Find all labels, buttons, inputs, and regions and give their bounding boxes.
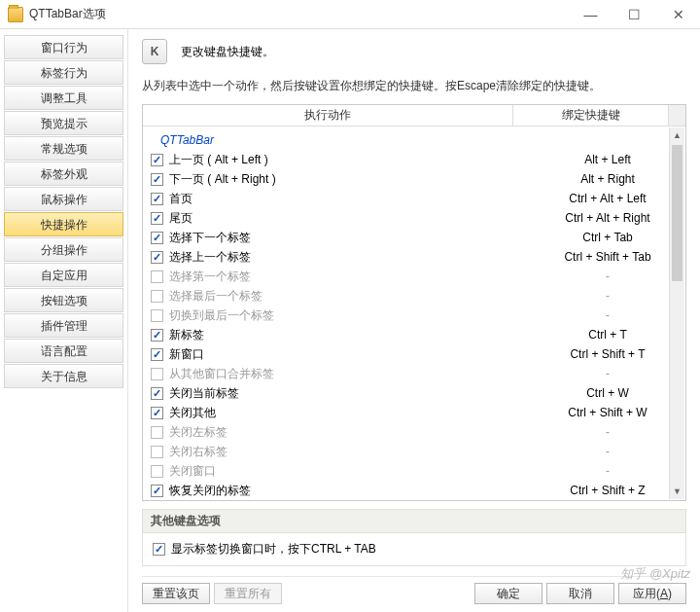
binding-label: Ctrl + W bbox=[530, 386, 685, 400]
checkbox-icon[interactable] bbox=[151, 485, 163, 497]
table-row[interactable]: 选择第一个标签- bbox=[143, 267, 685, 286]
maximize-button[interactable]: ☐ bbox=[612, 0, 656, 28]
checkbox-icon[interactable] bbox=[151, 251, 163, 264]
binding-label: Ctrl + Shift + Tab bbox=[530, 250, 685, 264]
checkbox-icon[interactable] bbox=[151, 173, 163, 186]
table-row[interactable]: 上一页 ( Alt + Left )Alt + Left bbox=[143, 150, 685, 169]
button-bar: 重置该页 重置所有 确定 取消 应用(A) bbox=[142, 576, 686, 612]
table-row[interactable]: 关闭其他Ctrl + Shift + W bbox=[143, 403, 685, 422]
checkbox-icon[interactable] bbox=[151, 232, 163, 244]
checkbox-icon bbox=[151, 426, 163, 439]
binding-label: - bbox=[530, 289, 685, 303]
instruction-text: 从列表中选中一个动作，然后按键设置你想绑定的快捷键。按Escape清除绑定的快捷… bbox=[142, 78, 686, 94]
binding-label: - bbox=[530, 445, 685, 458]
sidebar-item-0[interactable]: 窗口行为 bbox=[4, 35, 123, 59]
scrollbar[interactable]: ▲ ▼ bbox=[669, 127, 684, 499]
table-row[interactable]: 恢复关闭的标签Ctrl + Shift + Z bbox=[143, 481, 685, 500]
col-action[interactable]: 执行动作 bbox=[143, 105, 513, 126]
action-label: 选择下一个标签 bbox=[169, 230, 530, 246]
table-row[interactable]: 从其他窗口合并标签- bbox=[143, 364, 685, 383]
action-label: 尾页 bbox=[169, 210, 530, 227]
table-row[interactable]: 尾页Ctrl + Alt + Right bbox=[143, 208, 685, 228]
checkbox-icon[interactable] bbox=[151, 348, 163, 361]
checkbox-icon[interactable] bbox=[151, 329, 163, 342]
binding-label: Ctrl + T bbox=[530, 328, 685, 342]
apply-button[interactable]: 应用(A) bbox=[618, 583, 686, 604]
table-row[interactable]: 新窗口Ctrl + Shift + T bbox=[143, 344, 685, 364]
sidebar-item-11[interactable]: 插件管理 bbox=[4, 313, 123, 338]
sidebar-item-9[interactable]: 自定应用 bbox=[4, 263, 123, 287]
table-row[interactable]: 选择最后一个标签- bbox=[143, 286, 685, 306]
ok-button[interactable]: 确定 bbox=[474, 583, 542, 604]
binding-label: Alt + Left bbox=[530, 153, 685, 166]
action-label: 从其他窗口合并标签 bbox=[169, 366, 530, 382]
action-label: 恢复关闭的标签 bbox=[169, 483, 530, 499]
action-label: 新标签 bbox=[169, 327, 530, 343]
checkbox-icon[interactable] bbox=[151, 154, 163, 166]
action-label: 切换到最后一个标签 bbox=[169, 307, 530, 324]
action-label: 首页 bbox=[169, 191, 530, 207]
content-pane: K 更改键盘快捷键。 从列表中选中一个动作，然后按键设置你想绑定的快捷键。按Es… bbox=[128, 29, 700, 612]
sidebar-item-3[interactable]: 预览提示 bbox=[4, 111, 123, 135]
shortcut-table: 执行动作 绑定快捷键 QTTabBar 上一页 ( Alt + Left )Al… bbox=[142, 104, 686, 501]
checkbox-icon[interactable] bbox=[151, 212, 163, 225]
table-row[interactable]: 关闭窗口- bbox=[143, 461, 685, 481]
col-binding[interactable]: 绑定快捷键 bbox=[513, 105, 669, 126]
action-label: 关闭其他 bbox=[169, 405, 530, 421]
keyboard-key-icon: K bbox=[142, 39, 167, 64]
folder-icon bbox=[8, 7, 23, 22]
table-row[interactable]: 关闭当前标签Ctrl + W bbox=[143, 383, 685, 403]
minimize-button[interactable]: — bbox=[569, 0, 612, 28]
action-label: 选择上一个标签 bbox=[169, 249, 530, 266]
table-row[interactable]: 切换到最后一个标签- bbox=[143, 306, 685, 325]
binding-label: Ctrl + Tab bbox=[530, 231, 685, 244]
action-label: 关闭右标签 bbox=[169, 444, 530, 460]
sidebar-item-1[interactable]: 标签行为 bbox=[4, 60, 123, 85]
scroll-down-icon[interactable]: ▼ bbox=[670, 484, 684, 499]
window-title: QTTabBar选项 bbox=[29, 6, 569, 22]
scroll-thumb[interactable] bbox=[672, 145, 682, 281]
cancel-button[interactable]: 取消 bbox=[546, 583, 614, 604]
titlebar: QTTabBar选项 — ☐ ✕ bbox=[0, 0, 700, 29]
table-body: QTTabBar 上一页 ( Alt + Left )Alt + Left下一页… bbox=[143, 126, 685, 500]
group-header: QTTabBar bbox=[143, 130, 685, 150]
reset-page-button[interactable]: 重置该页 bbox=[142, 583, 210, 604]
scroll-up-icon[interactable]: ▲ bbox=[670, 127, 684, 143]
ctrl-tab-option[interactable]: 显示标签切换窗口时，按下CTRL + TAB bbox=[153, 541, 676, 558]
sidebar-item-10[interactable]: 按钮选项 bbox=[4, 288, 123, 312]
table-row[interactable]: 关闭右标签- bbox=[143, 442, 685, 461]
action-label: 关闭窗口 bbox=[169, 463, 530, 480]
sidebar-item-6[interactable]: 鼠标操作 bbox=[4, 187, 123, 211]
checkbox-icon[interactable] bbox=[151, 387, 163, 400]
sidebar-item-12[interactable]: 语言配置 bbox=[4, 339, 123, 363]
checkbox-icon bbox=[151, 368, 163, 380]
page-heading: 更改键盘快捷键。 bbox=[181, 44, 274, 60]
reset-all-button[interactable]: 重置所有 bbox=[214, 583, 282, 604]
sidebar-item-5[interactable]: 标签外观 bbox=[4, 162, 123, 186]
sidebar-item-2[interactable]: 调整工具 bbox=[4, 86, 123, 110]
option-label: 显示标签切换窗口时，按下CTRL + TAB bbox=[171, 541, 376, 558]
binding-label: Ctrl + Shift + T bbox=[530, 347, 685, 361]
table-row[interactable]: 关闭左标签- bbox=[143, 422, 685, 442]
checkbox-icon[interactable] bbox=[151, 193, 163, 205]
binding-label: Ctrl + Shift + W bbox=[530, 406, 685, 419]
table-row[interactable]: 下一页 ( Alt + Right )Alt + Right bbox=[143, 169, 685, 189]
binding-label: Ctrl + Alt + Right bbox=[530, 211, 685, 225]
binding-label: - bbox=[530, 367, 685, 380]
table-row[interactable]: 新标签Ctrl + T bbox=[143, 325, 685, 344]
sidebar: 窗口行为标签行为调整工具预览提示常规选项标签外观鼠标操作快捷操作分组操作自定应用… bbox=[0, 29, 128, 612]
binding-label: - bbox=[530, 425, 685, 439]
checkbox-icon[interactable] bbox=[153, 543, 165, 556]
sidebar-item-7[interactable]: 快捷操作 bbox=[4, 212, 123, 236]
checkbox-icon[interactable] bbox=[151, 407, 163, 419]
table-row[interactable]: 首页Ctrl + Alt + Left bbox=[143, 189, 685, 208]
action-label: 新窗口 bbox=[169, 346, 530, 363]
action-label: 关闭左标签 bbox=[169, 424, 530, 441]
action-label: 上一页 ( Alt + Left ) bbox=[169, 152, 530, 168]
close-button[interactable]: ✕ bbox=[656, 0, 700, 28]
sidebar-item-8[interactable]: 分组操作 bbox=[4, 237, 123, 262]
table-row[interactable]: 选择下一个标签Ctrl + Tab bbox=[143, 228, 685, 247]
table-row[interactable]: 选择上一个标签Ctrl + Shift + Tab bbox=[143, 247, 685, 267]
sidebar-item-4[interactable]: 常规选项 bbox=[4, 136, 123, 161]
sidebar-item-13[interactable]: 关于信息 bbox=[4, 364, 123, 388]
